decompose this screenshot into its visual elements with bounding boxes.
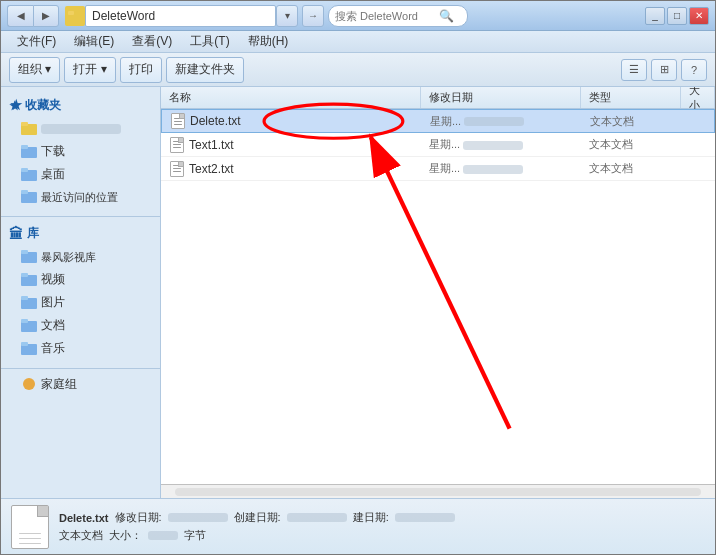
status-built-label: 建日期:: [353, 510, 389, 525]
status-info: Delete.txt 修改日期: 创建日期: 建日期: 文本文档 大小： 字节: [59, 510, 455, 543]
divider-2: [1, 368, 160, 369]
desktop-label: 桌面: [41, 166, 65, 183]
library-icon: 🏛: [9, 226, 23, 242]
search-icon[interactable]: 🔍: [439, 9, 454, 23]
favorites-section: ★ ★ 收藏夹 下载: [1, 93, 160, 208]
svg-rect-3: [21, 122, 28, 126]
sidebar-desktop[interactable]: 桌面: [1, 163, 160, 186]
organize-button[interactable]: 组织 ▾: [9, 57, 60, 83]
svg-rect-19: [21, 342, 28, 346]
column-headers: 名称 修改日期 类型 大小: [161, 87, 715, 109]
sidebar: ★ ★ 收藏夹 下载: [1, 87, 161, 498]
sidebar-video[interactable]: 视频: [1, 268, 160, 291]
blurred-built: [395, 513, 455, 522]
file-date-1: 星期...: [422, 114, 582, 129]
window-controls[interactable]: _ □ ✕: [645, 7, 709, 25]
search-input[interactable]: [335, 10, 435, 22]
blurred-created: [287, 513, 347, 522]
library-title[interactable]: 🏛 库: [1, 221, 160, 246]
print-button[interactable]: 打印: [120, 57, 162, 83]
menu-tools[interactable]: 工具(T): [182, 31, 237, 52]
menu-view[interactable]: 查看(V): [124, 31, 180, 52]
main-content: ★ ★ 收藏夹 下载: [1, 87, 715, 498]
status-row-2: 文本文档 大小： 字节: [59, 528, 455, 543]
desktop-icon: [21, 167, 37, 183]
toolbar: 组织 ▾ 打开 ▾ 打印 新建文件夹 ☰ ⊞ ?: [1, 53, 715, 87]
titlebar: ◀ ▶ DeleteWord ▾ → 🔍 _ □ ✕: [1, 1, 715, 31]
sidebar-music[interactable]: 音乐: [1, 337, 160, 360]
menu-help[interactable]: 帮助(H): [240, 31, 297, 52]
col-name[interactable]: 名称: [161, 87, 421, 108]
favorites-title[interactable]: ★ ★ 收藏夹: [1, 93, 160, 118]
status-filetype: 文本文档: [59, 528, 103, 543]
menu-edit[interactable]: 编辑(E): [66, 31, 122, 52]
homegroup-icon: [21, 377, 37, 393]
file-date-2: 星期...: [421, 137, 581, 152]
address-text: DeleteWord: [92, 9, 155, 23]
sidebar-homegroup[interactable]: 家庭组: [1, 373, 160, 396]
sidebar-download[interactable]: 下载: [1, 140, 160, 163]
sidebar-image[interactable]: 图片: [1, 291, 160, 314]
status-created-label: 创建日期:: [234, 510, 281, 525]
download-label: 下载: [41, 143, 65, 160]
blurred-date-3: [463, 165, 523, 174]
status-size-unit: 字节: [184, 528, 206, 543]
file-name-text1: Text1.txt: [161, 137, 421, 153]
media-label: 暴风影视库: [41, 250, 96, 265]
file-list-container: 名称 修改日期 类型 大小: [161, 87, 715, 498]
file-type-3: 文本文档: [581, 161, 681, 176]
open-button[interactable]: 打开 ▾: [64, 57, 115, 83]
col-size[interactable]: 大小: [681, 87, 715, 108]
view-details-button[interactable]: ⊞: [651, 59, 677, 81]
scrollbar-horizontal[interactable]: [161, 484, 715, 498]
video-label: 视频: [41, 271, 65, 288]
blurred-date-1: [464, 117, 524, 126]
back-button[interactable]: ◀: [7, 5, 33, 27]
address-field[interactable]: DeleteWord: [85, 5, 276, 27]
blurred-size: [148, 531, 178, 540]
download-icon: [21, 144, 37, 160]
file-type-1: 文本文档: [582, 114, 682, 129]
music-icon: [21, 341, 37, 357]
sidebar-media[interactable]: 暴风影视库: [1, 246, 160, 268]
file-item-delete[interactable]: Delete.txt 星期... 文本文档: [161, 109, 715, 133]
divider-1: [1, 216, 160, 217]
col-type[interactable]: 类型: [581, 87, 681, 108]
scrollbar-track[interactable]: [175, 488, 701, 496]
svg-rect-13: [21, 273, 28, 277]
new-folder-button[interactable]: 新建文件夹: [166, 57, 244, 83]
sidebar-recent[interactable]: 最近访问的位置: [1, 186, 160, 208]
menu-file[interactable]: 文件(F): [9, 31, 64, 52]
file-list: Delete.txt 星期... 文本文档: [161, 109, 715, 484]
col-date[interactable]: 修改日期: [421, 87, 581, 108]
view-button[interactable]: ☰: [621, 59, 647, 81]
homegroup-section: 家庭组: [1, 373, 160, 396]
svg-rect-17: [21, 319, 28, 323]
homegroup-label: 家庭组: [41, 376, 77, 393]
image-icon: [21, 295, 37, 311]
file-item-text1[interactable]: Text1.txt 星期... 文本文档: [161, 133, 715, 157]
svg-point-20: [23, 378, 35, 390]
content-area: ★ ★ 收藏夹 下载: [1, 87, 715, 498]
address-dropdown[interactable]: ▾: [276, 5, 298, 27]
go-button[interactable]: →: [302, 5, 324, 27]
nav-buttons[interactable]: ◀ ▶: [7, 5, 59, 27]
file-name-text2: Text2.txt: [161, 161, 421, 177]
file-item-text2[interactable]: Text2.txt 星期... 文本文档: [161, 157, 715, 181]
forward-button[interactable]: ▶: [33, 5, 59, 27]
doc-label: 文档: [41, 317, 65, 334]
status-modified-label: 修改日期:: [115, 510, 162, 525]
sidebar-doc[interactable]: 文档: [1, 314, 160, 337]
file-name-delete: Delete.txt: [162, 113, 422, 129]
svg-rect-11: [21, 250, 28, 254]
close-button[interactable]: ✕: [689, 7, 709, 25]
search-box[interactable]: 🔍: [328, 5, 468, 27]
folder-icon: [65, 6, 85, 26]
txt-file-icon-1: [170, 113, 186, 129]
maximize-button[interactable]: □: [667, 7, 687, 25]
help-button[interactable]: ?: [681, 59, 707, 81]
video-icon: [21, 272, 37, 288]
minimize-button[interactable]: _: [645, 7, 665, 25]
sidebar-blurred-1[interactable]: [1, 118, 160, 140]
blurred-modified: [168, 513, 228, 522]
